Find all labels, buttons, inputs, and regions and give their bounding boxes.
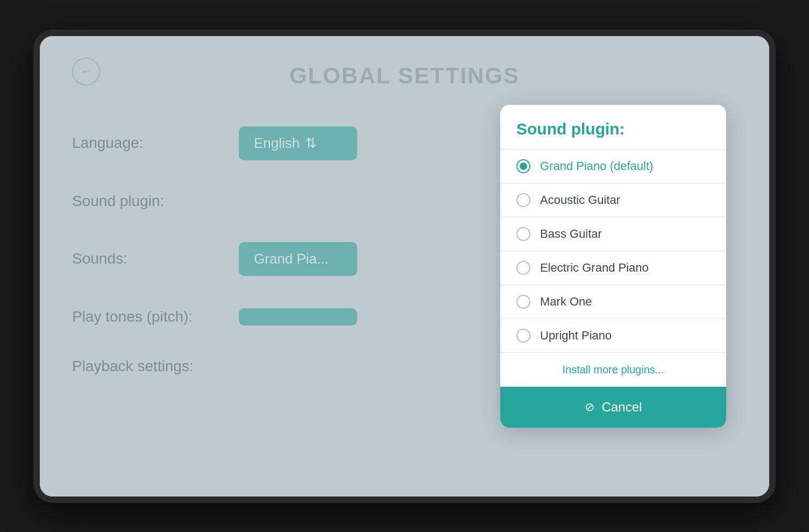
device-frame: ← GLOBAL SETTINGS Language: English ⇅ So… [33, 30, 776, 503]
option-label-upright-piano: Upright Piano [540, 329, 612, 343]
radio-bass-guitar [516, 227, 530, 241]
option-acoustic-guitar[interactable]: Acoustic Guitar [500, 183, 726, 217]
option-mark-one[interactable]: Mark One [500, 285, 726, 318]
option-upright-piano[interactable]: Upright Piano [500, 318, 726, 352]
option-label-acoustic-guitar: Acoustic Guitar [540, 193, 620, 207]
option-electric-grand-piano[interactable]: Electric Grand Piano [500, 251, 726, 285]
radio-mark-one [516, 295, 530, 309]
radio-electric-grand-piano [516, 261, 530, 275]
install-more-link[interactable]: Install more plugins... [500, 352, 726, 387]
option-grand-piano[interactable]: Grand Piano (default) [500, 149, 726, 183]
cancel-button[interactable]: ⊘ Cancel [500, 387, 726, 428]
option-label-electric-grand-piano: Electric Grand Piano [540, 261, 649, 275]
option-label-mark-one: Mark One [540, 295, 592, 309]
radio-acoustic-guitar [516, 193, 530, 207]
dialog-options-list: Grand Piano (default) Acoustic Guitar Ba… [500, 149, 726, 352]
option-label-bass-guitar: Bass Guitar [540, 227, 602, 241]
device-screen: ← GLOBAL SETTINGS Language: English ⇅ So… [40, 36, 769, 496]
radio-grand-piano [516, 159, 530, 173]
option-bass-guitar[interactable]: Bass Guitar [500, 217, 726, 251]
option-label-grand-piano: Grand Piano (default) [540, 159, 653, 173]
dialog-title: Sound plugin: [500, 105, 726, 149]
cancel-label: Cancel [602, 400, 642, 415]
radio-upright-piano [516, 329, 530, 343]
sound-plugin-dialog: Sound plugin: Grand Piano (default) Acou… [500, 105, 726, 428]
cancel-icon: ⊘ [585, 400, 594, 414]
